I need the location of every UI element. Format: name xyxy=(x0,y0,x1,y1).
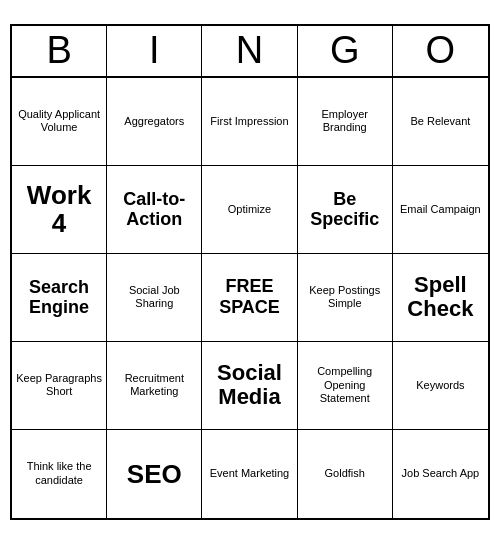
bingo-cell-20: Think like the candidate xyxy=(12,430,107,518)
bingo-cell-13: Keep Postings Simple xyxy=(298,254,393,342)
bingo-letter-n: N xyxy=(202,26,297,76)
bingo-cell-24: Job Search App xyxy=(393,430,488,518)
bingo-letter-i: I xyxy=(107,26,202,76)
bingo-cell-4: Be Relevant xyxy=(393,78,488,166)
cell-text-18: Compelling Opening Statement xyxy=(302,365,388,406)
cell-text-8: Be Specific xyxy=(302,189,388,230)
cell-text-14: Spell Check xyxy=(397,273,484,321)
bingo-cell-19: Keywords xyxy=(393,342,488,430)
bingo-cell-22: Event Marketing xyxy=(202,430,297,518)
bingo-cell-10: Search Engine xyxy=(12,254,107,342)
cell-text-7: Optimize xyxy=(228,203,271,217)
cell-text-5: Work 4 xyxy=(16,181,102,238)
bingo-cell-1: Aggregators xyxy=(107,78,202,166)
cell-text-6: Call-to-Action xyxy=(111,189,197,230)
cell-text-20: Think like the candidate xyxy=(16,460,102,488)
cell-text-2: First Impression xyxy=(210,115,288,129)
bingo-letter-o: O xyxy=(393,26,488,76)
bingo-cell-17: Social Media xyxy=(202,342,297,430)
cell-text-1: Aggregators xyxy=(124,115,184,129)
cell-text-12: FREE SPACE xyxy=(206,276,292,319)
bingo-cell-21: SEO xyxy=(107,430,202,518)
bingo-grid: Quality Applicant VolumeAggregatorsFirst… xyxy=(12,78,488,518)
bingo-letter-b: B xyxy=(12,26,107,76)
bingo-cell-7: Optimize xyxy=(202,166,297,254)
bingo-cell-18: Compelling Opening Statement xyxy=(298,342,393,430)
cell-text-9: Email Campaign xyxy=(400,203,481,217)
cell-text-16: Recruitment Marketing xyxy=(111,372,197,400)
cell-text-19: Keywords xyxy=(416,379,464,393)
cell-text-4: Be Relevant xyxy=(410,115,470,129)
bingo-cell-9: Email Campaign xyxy=(393,166,488,254)
bingo-cell-16: Recruitment Marketing xyxy=(107,342,202,430)
cell-text-3: Employer Branding xyxy=(302,108,388,136)
bingo-cell-8: Be Specific xyxy=(298,166,393,254)
cell-text-21: SEO xyxy=(127,460,182,489)
cell-text-24: Job Search App xyxy=(402,467,480,481)
bingo-header: BINGO xyxy=(12,26,488,78)
cell-text-10: Search Engine xyxy=(16,277,102,318)
cell-text-11: Social Job Sharing xyxy=(111,284,197,312)
cell-text-0: Quality Applicant Volume xyxy=(16,108,102,136)
bingo-cell-23: Goldfish xyxy=(298,430,393,518)
bingo-cell-15: Keep Paragraphs Short xyxy=(12,342,107,430)
cell-text-17: Social Media xyxy=(206,361,292,409)
bingo-cell-0: Quality Applicant Volume xyxy=(12,78,107,166)
bingo-cell-14: Spell Check xyxy=(393,254,488,342)
cell-text-15: Keep Paragraphs Short xyxy=(16,372,102,400)
bingo-card: BINGO Quality Applicant VolumeAggregator… xyxy=(10,24,490,520)
bingo-cell-2: First Impression xyxy=(202,78,297,166)
bingo-letter-g: G xyxy=(298,26,393,76)
cell-text-22: Event Marketing xyxy=(210,467,289,481)
bingo-cell-3: Employer Branding xyxy=(298,78,393,166)
cell-text-13: Keep Postings Simple xyxy=(302,284,388,312)
bingo-cell-6: Call-to-Action xyxy=(107,166,202,254)
cell-text-23: Goldfish xyxy=(325,467,365,481)
bingo-cell-12: FREE SPACE xyxy=(202,254,297,342)
bingo-cell-11: Social Job Sharing xyxy=(107,254,202,342)
bingo-cell-5: Work 4 xyxy=(12,166,107,254)
